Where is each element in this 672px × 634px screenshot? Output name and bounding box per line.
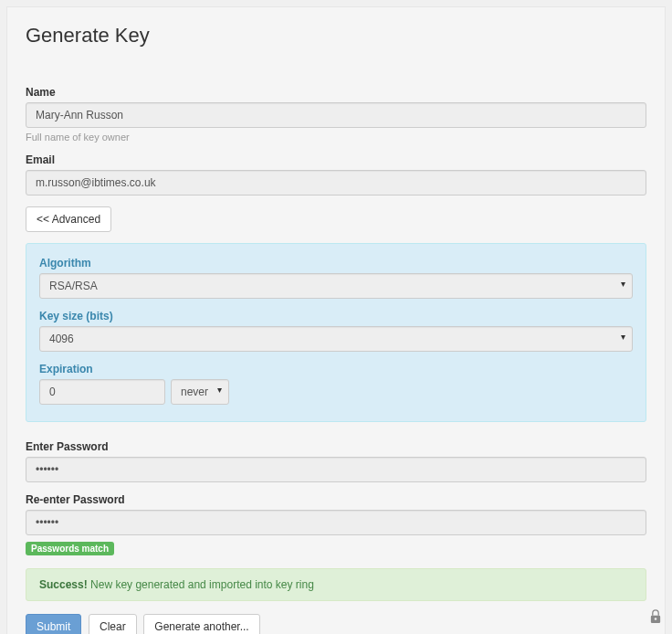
success-strong: Success! (39, 578, 88, 591)
keysize-label: Key size (bits) (39, 310, 633, 322)
button-row: Submit Clear Generate another... (26, 614, 646, 634)
name-group: Name Full name of key owner (26, 86, 646, 143)
algorithm-group: Algorithm RSA/RSA (39, 257, 633, 299)
name-input[interactable] (26, 102, 646, 128)
password1-group: Enter Password (26, 440, 646, 482)
keysize-select[interactable]: 4096 (39, 326, 633, 352)
expiration-label: Expiration (39, 363, 633, 375)
advanced-toggle-button[interactable]: << Advanced (26, 206, 111, 232)
name-help: Full name of key owner (26, 132, 646, 143)
algorithm-label: Algorithm (39, 257, 633, 269)
password2-label: Re-enter Password (26, 493, 646, 506)
password2-input[interactable] (26, 510, 646, 535)
keysize-group: Key size (bits) 4096 (39, 310, 633, 352)
submit-button[interactable]: Submit (26, 614, 81, 634)
svg-point-1 (655, 618, 657, 620)
email-label: Email (26, 153, 646, 166)
clear-button[interactable]: Clear (89, 614, 137, 634)
password1-label: Enter Password (26, 440, 646, 453)
lock-icon (648, 608, 663, 625)
page-title: Generate Key (26, 24, 646, 48)
algorithm-select[interactable]: RSA/RSA (39, 273, 633, 299)
success-alert: Success! New key generated and imported … (26, 568, 646, 601)
expiration-unit-select[interactable]: never (171, 379, 229, 405)
password1-input[interactable] (26, 457, 646, 482)
success-text: New key generated and imported into key … (88, 578, 314, 591)
generate-another-button[interactable]: Generate another... (143, 614, 259, 634)
password2-group: Re-enter Password (26, 493, 646, 535)
email-input[interactable] (26, 170, 646, 195)
generate-key-panel: Generate Key Name Full name of key owner… (6, 6, 666, 634)
email-group: Email (26, 153, 646, 195)
password-match-badge: Passwords match (26, 542, 114, 555)
expiration-amount-input[interactable] (39, 379, 165, 405)
expiration-group: Expiration never (39, 363, 633, 405)
name-label: Name (26, 86, 646, 99)
advanced-panel: Algorithm RSA/RSA Key size (bits) 4096 E… (26, 243, 646, 422)
